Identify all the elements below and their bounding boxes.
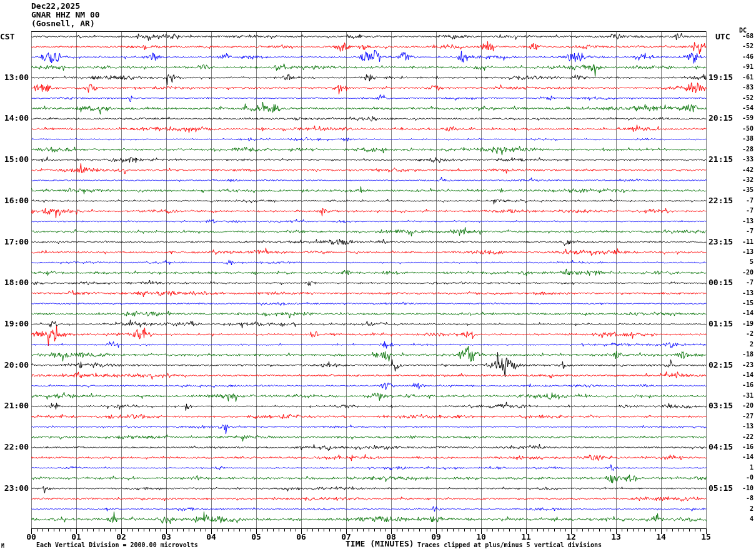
cst-hour-label: 16:00 bbox=[0, 196, 29, 204]
dc-offset-value: -28 bbox=[729, 146, 754, 153]
x-tick-label: 15 bbox=[694, 532, 719, 541]
x-tick-label: 05 bbox=[244, 532, 269, 541]
dc-offset-value: -13 bbox=[729, 218, 754, 224]
dc-offset-value: -50 bbox=[729, 126, 754, 132]
x-tick-label: 13 bbox=[604, 532, 629, 541]
dc-offset-value: 2 bbox=[729, 506, 754, 512]
dc-offset-value: 1 bbox=[729, 465, 754, 471]
dc-offset-value: 5 bbox=[729, 259, 754, 265]
dc-offset-value: -19 bbox=[729, 321, 754, 327]
dc-offset-value: -16 bbox=[729, 444, 754, 450]
cst-hour-label: 15:00 bbox=[0, 155, 29, 163]
dc-offset-value: -31 bbox=[729, 393, 754, 399]
dc-offset-value: -20 bbox=[729, 269, 754, 276]
left-timezone-label: CST bbox=[0, 32, 14, 41]
dc-offset-value: 4 bbox=[729, 516, 754, 522]
dc-offset-value: -59 bbox=[729, 115, 754, 121]
dc-offset-value: -91 bbox=[729, 64, 754, 70]
corner-mark: M bbox=[1, 543, 4, 549]
clip-note: Traces clipped at plus/minus 5 vertical … bbox=[417, 541, 602, 548]
dc-offset-value: -2 bbox=[729, 331, 754, 337]
x-tick-label: 06 bbox=[289, 532, 314, 541]
cst-hour-label: 22:00 bbox=[0, 443, 29, 451]
dc-offset-value: -13 bbox=[729, 290, 754, 296]
dc-offset-value: -35 bbox=[729, 187, 754, 193]
x-tick-label: 14 bbox=[649, 532, 674, 541]
cst-hour-label: 18:00 bbox=[0, 278, 29, 286]
station-code: GNAR HHZ NM 00 bbox=[31, 11, 100, 19]
dc-offset-value: -32 bbox=[729, 177, 754, 183]
x-tick-label: 10 bbox=[469, 532, 494, 541]
dc-offset-value: -52 bbox=[729, 43, 754, 49]
cst-hour-label: 14:00 bbox=[0, 114, 29, 122]
dc-offset-value: -11 bbox=[729, 239, 754, 245]
x-tick-label: 02 bbox=[109, 532, 134, 541]
station-location: (Gosnell, AR) bbox=[31, 19, 95, 28]
dc-offset-value: -27 bbox=[729, 413, 754, 420]
x-tick-label: 12 bbox=[559, 532, 584, 541]
dc-offset-value: 2 bbox=[729, 341, 754, 348]
dc-offset-value: -22 bbox=[729, 434, 754, 440]
dc-offset-value: -15 bbox=[729, 300, 754, 306]
x-tick-label: 03 bbox=[154, 532, 179, 541]
x-tick-label: 00 bbox=[19, 532, 44, 541]
cst-hour-label: 17:00 bbox=[0, 238, 29, 246]
seismogram-canvas bbox=[0, 0, 756, 554]
webicorder-page: Dec22,2025 GNAR HHZ NM 00 (Gosnell, AR) … bbox=[0, 0, 756, 554]
dc-offset-value: -54 bbox=[729, 105, 754, 111]
cst-hour-label: 23:00 bbox=[0, 484, 29, 492]
dc-offset-value: -10 bbox=[729, 485, 754, 491]
dc-offset-value: -38 bbox=[729, 136, 754, 142]
dc-offset-value: -23 bbox=[729, 362, 754, 368]
cst-hour-label: 20:00 bbox=[0, 361, 29, 369]
dc-offset-value: -16 bbox=[729, 382, 754, 388]
dc-offset-value: -14 bbox=[729, 372, 754, 378]
dc-offset-value: -20 bbox=[729, 403, 754, 409]
dc-offset-value: -7 bbox=[729, 208, 754, 214]
dc-offset-value: -13 bbox=[729, 423, 754, 430]
dc-offset-value: -52 bbox=[729, 95, 754, 101]
dc-offset-value: -68 bbox=[729, 33, 754, 39]
dc-offset-value: -8 bbox=[729, 495, 754, 501]
plot-date: Dec22,2025 bbox=[31, 2, 80, 11]
x-tick-label: 01 bbox=[64, 532, 89, 541]
dc-offset-value: -14 bbox=[729, 310, 754, 316]
dc-offset-value: -14 bbox=[729, 454, 754, 460]
dc-offset-value: -83 bbox=[729, 84, 754, 91]
right-timezone-label: UTC bbox=[715, 32, 730, 41]
dc-offset-value: -7 bbox=[729, 198, 754, 204]
x-tick-label: 04 bbox=[199, 532, 224, 541]
dc-offset-value: -0 bbox=[729, 475, 754, 481]
cst-hour-label: 13:00 bbox=[0, 73, 29, 81]
dc-offset-value: -46 bbox=[729, 54, 754, 60]
x-axis-title: TIME (MINUTES) bbox=[346, 539, 414, 548]
dc-offset-value: -13 bbox=[729, 249, 754, 255]
cst-hour-label: 21:00 bbox=[0, 401, 29, 410]
dc-offset-value: -33 bbox=[729, 156, 754, 163]
dc-offset-value: -42 bbox=[729, 167, 754, 173]
dc-offset-value: -18 bbox=[729, 351, 754, 358]
dc-offset-value: -7 bbox=[729, 280, 754, 286]
x-tick-label: 11 bbox=[514, 532, 539, 541]
scale-note: Each Vertical Division = 2000.00 microvo… bbox=[36, 541, 198, 548]
dc-offset-value: -61 bbox=[729, 74, 754, 81]
cst-hour-label: 19:00 bbox=[0, 320, 29, 328]
x-tick-label: 09 bbox=[424, 532, 449, 541]
dc-offset-value: -7 bbox=[729, 228, 754, 234]
